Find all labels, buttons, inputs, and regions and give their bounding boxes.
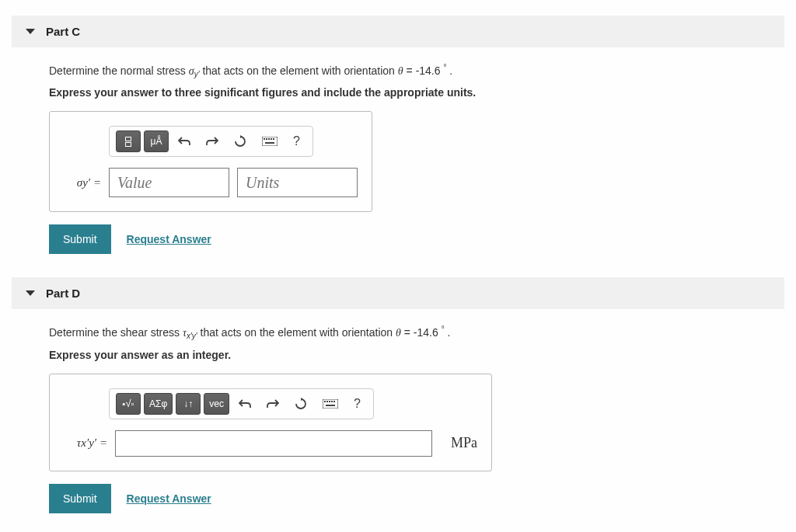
reset-button[interactable]: [288, 395, 313, 413]
part-c-answer-panel: μÅ ? σy′ =: [49, 111, 372, 212]
redo-button[interactable]: [260, 395, 285, 412]
help-button[interactable]: ?: [347, 394, 367, 414]
sigma-y-label: σy′ =: [64, 176, 101, 190]
part-d-prompt: Determine the shear stress τx′y′ that ac…: [49, 325, 747, 340]
sigma-var: σ: [189, 65, 194, 77]
theta-var: θ: [396, 327, 401, 339]
keyboard-button[interactable]: [256, 134, 284, 149]
svg-rect-10: [329, 401, 330, 402]
reset-icon: [234, 135, 246, 148]
prompt-mid: that acts on the element with orientatio…: [200, 64, 398, 77]
part-d-submit-row: Submit Request Answer: [49, 484, 747, 513]
svg-rect-9: [326, 401, 328, 402]
svg-rect-3: [268, 138, 270, 140]
fraction-tool-button[interactable]: [116, 130, 141, 152]
submit-button[interactable]: Submit: [49, 484, 111, 513]
svg-rect-11: [331, 401, 333, 402]
svg-rect-4: [271, 138, 272, 140]
submit-button[interactable]: Submit: [49, 224, 111, 254]
unit-label: MPa: [451, 435, 477, 451]
theta-var: θ: [398, 65, 403, 77]
part-d-title: Part D: [46, 287, 80, 300]
help-button[interactable]: ?: [287, 131, 306, 151]
part-c-submit-row: Submit Request Answer: [49, 224, 747, 254]
svg-rect-7: [323, 399, 338, 409]
part-c-header[interactable]: Part C: [12, 16, 784, 47]
part-c-container: Part C Determine the normal stress σy′ t…: [12, 16, 784, 262]
undo-icon: [239, 398, 251, 409]
redo-icon: [267, 398, 279, 409]
redo-button[interactable]: [200, 133, 225, 150]
redo-icon: [206, 136, 218, 147]
sigma-subscript: y′: [194, 70, 200, 78]
part-c-instruction: Express your answer to three significant…: [49, 86, 747, 99]
svg-rect-12: [333, 401, 335, 402]
svg-rect-2: [266, 138, 267, 140]
sub-super-button[interactable]: ↓↑: [176, 393, 201, 415]
reset-button[interactable]: [228, 132, 253, 151]
mu-angstrom-button[interactable]: μÅ: [144, 130, 169, 152]
part-d-toolbar: ▪▫ ΑΣφ ↓↑ vec ?: [109, 388, 374, 419]
collapse-triangle-icon: [26, 290, 35, 296]
part-c-answer-row: σy′ =: [64, 168, 358, 197]
keyboard-icon: [323, 399, 338, 409]
part-d-header[interactable]: Part D: [12, 277, 784, 309]
request-answer-link[interactable]: Request Answer: [127, 492, 211, 505]
theta-value: = -14.6: [403, 64, 444, 77]
prompt-text: Determine the shear stress: [49, 326, 183, 339]
svg-rect-0: [262, 137, 278, 146]
keyboard-button[interactable]: [316, 396, 344, 412]
part-d-container: Part D Determine the shear stress τx′y′ …: [12, 277, 784, 520]
theta-value: = -14.6: [401, 326, 442, 339]
prompt-mid: that acts on the element with orientatio…: [197, 326, 396, 339]
prompt-text: Determine the normal stress: [49, 64, 189, 77]
tau-xy-label: τx′y′ =: [64, 436, 107, 450]
request-answer-link[interactable]: Request Answer: [127, 233, 211, 245]
greek-button[interactable]: ΑΣφ: [144, 393, 173, 415]
part-c-prompt: Determine the normal stress σy′ that act…: [49, 63, 747, 78]
template-tool-button[interactable]: ▪▫: [116, 393, 141, 415]
template-icon: ▪▫: [123, 398, 134, 409]
collapse-triangle-icon: [26, 29, 35, 34]
part-d-answer-panel: ▪▫ ΑΣφ ↓↑ vec ? τx′y′: [49, 374, 492, 471]
vec-button[interactable]: vec: [204, 393, 229, 415]
prompt-period: .: [446, 64, 452, 77]
svg-rect-1: [264, 138, 265, 140]
units-input[interactable]: [237, 168, 358, 197]
svg-rect-6: [265, 142, 274, 144]
part-c-toolbar: μÅ ?: [109, 126, 313, 157]
value-input[interactable]: [109, 168, 229, 197]
svg-rect-13: [326, 405, 335, 406]
reset-icon: [295, 398, 307, 410]
part-c-title: Part C: [46, 25, 80, 38]
part-c-body: Determine the normal stress σy′ that act…: [12, 47, 784, 262]
undo-button[interactable]: [172, 133, 197, 150]
part-d-body: Determine the shear stress τx′y′ that ac…: [12, 309, 784, 520]
undo-button[interactable]: [232, 395, 257, 412]
fraction-icon: [125, 137, 131, 147]
part-d-instruction: Express your answer as an integer.: [49, 349, 747, 361]
answer-input[interactable]: [115, 430, 432, 457]
keyboard-icon: [262, 137, 278, 146]
undo-icon: [178, 136, 190, 147]
prompt-period: .: [445, 326, 451, 339]
svg-rect-8: [324, 401, 326, 402]
svg-rect-5: [273, 138, 274, 140]
part-d-answer-row: τx′y′ = MPa: [64, 430, 477, 457]
tau-subscript: x′y′: [187, 332, 197, 341]
